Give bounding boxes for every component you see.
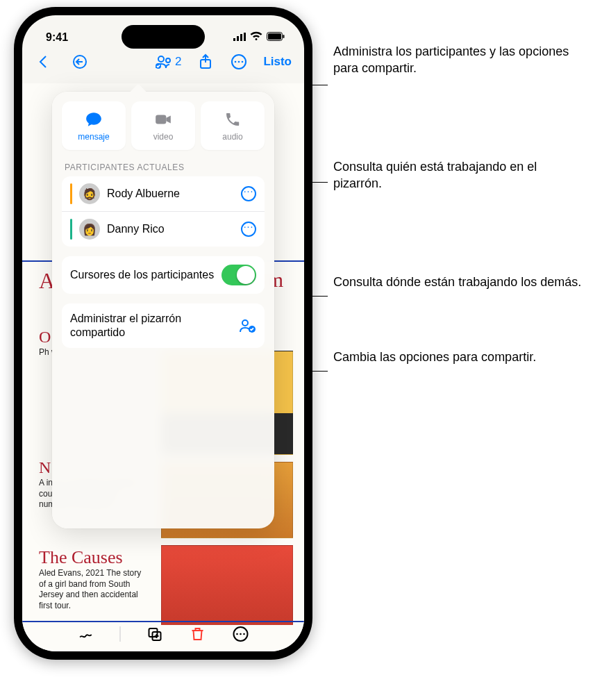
callout-cursors: Consulta dónde están trabajando los demá… [333, 274, 581, 290]
avatar: 🧔 [79, 183, 100, 204]
wifi-icon [250, 31, 262, 44]
message-icon [84, 110, 103, 129]
delete-button[interactable] [189, 625, 207, 643]
cursor-color-indicator [70, 219, 72, 240]
undo-button[interactable] [71, 53, 89, 71]
video-button[interactable]: video [131, 101, 195, 150]
board-note3-body: Aled Evans, 2021 The story of a girl ban… [39, 568, 150, 611]
svg-point-28 [243, 633, 245, 635]
avatar: 👩 [79, 219, 100, 240]
callout-participants: Consulta quién está trabajando en el piz… [333, 158, 583, 192]
participants-button[interactable]: 2 [155, 54, 181, 69]
manage-board-button[interactable]: Administrar el pizarrón compartido [62, 303, 265, 348]
participants-section-label: PARTICIPANTES ACTUALES [65, 162, 262, 172]
screen: 9:41 [22, 15, 304, 651]
participant-row[interactable]: 🧔 Rody Albuerne ··· [62, 176, 265, 211]
participant-more-button[interactable]: ··· [241, 186, 256, 201]
svg-point-16 [238, 61, 240, 63]
svg-point-10 [166, 58, 170, 62]
svg-rect-3 [244, 33, 246, 41]
audio-button[interactable]: audio [201, 101, 265, 150]
cursors-label: Cursores de los participantes [70, 268, 215, 282]
back-button[interactable] [35, 53, 53, 71]
svg-rect-2 [240, 34, 242, 41]
done-button[interactable]: Listo [263, 55, 292, 69]
more-button[interactable] [230, 53, 248, 71]
participant-name: Rody Albuerne [107, 188, 234, 200]
audio-label: audio [222, 132, 242, 142]
board-image-3 [161, 545, 293, 625]
svg-rect-18 [156, 115, 166, 124]
status-time: 9:41 [46, 31, 68, 44]
cursors-toggle-row[interactable]: Cursores de los participantes [62, 256, 265, 294]
contact-row: mensaje video audio [62, 101, 265, 150]
board-note1-title: O [39, 328, 51, 347]
svg-point-17 [242, 61, 244, 63]
collaboration-popover: mensaje video audio PARTICIPANTES ACTUAL… [52, 92, 274, 528]
participant-more-button[interactable]: ··· [241, 222, 256, 237]
board-note3-title: The Causes [39, 547, 123, 568]
participant-name: Danny Rico [107, 223, 234, 235]
callout-share-options: Cambia las opciones para compartir. [333, 349, 536, 365]
callout-manage: Administra los participantes y las opcio… [333, 43, 583, 77]
svg-point-15 [235, 61, 237, 63]
cursors-toggle-card: Cursores de los participantes [62, 256, 265, 294]
board-note2-title: N [39, 458, 51, 477]
phone-icon [223, 110, 242, 129]
message-button[interactable]: mensaje [62, 101, 126, 150]
draw-tool-button[interactable] [77, 625, 95, 643]
video-icon [153, 110, 173, 129]
participant-count: 2 [175, 55, 181, 69]
manage-label: Administrar el pizarrón compartido [70, 312, 231, 340]
svg-rect-1 [237, 36, 239, 41]
duplicate-button[interactable] [146, 625, 164, 643]
video-label: video [153, 132, 174, 142]
iphone-frame: 9:41 [14, 7, 312, 660]
svg-point-26 [236, 633, 238, 635]
toolbar-divider [120, 626, 121, 642]
share-button[interactable] [197, 53, 215, 71]
cursors-toggle[interactable] [221, 265, 256, 285]
dynamic-island [122, 25, 205, 49]
svg-rect-6 [283, 35, 285, 38]
participants-list: 🧔 Rody Albuerne ··· 👩 Danny Rico ··· [62, 176, 265, 247]
participant-row[interactable]: 👩 Danny Rico ··· [62, 211, 265, 247]
svg-point-9 [158, 56, 164, 62]
message-label: mensaje [78, 132, 109, 142]
collaboration-icon [238, 317, 256, 335]
cursor-color-indicator [70, 183, 72, 204]
top-toolbar: 2 Listo [22, 50, 304, 83]
svg-point-19 [242, 320, 248, 326]
svg-rect-5 [268, 33, 281, 40]
more-tools-button[interactable] [232, 625, 250, 643]
manage-board-card: Administrar el pizarrón compartido [62, 303, 265, 348]
svg-rect-0 [233, 38, 235, 41]
svg-point-27 [240, 633, 242, 635]
bottom-toolbar [77, 625, 250, 643]
cellular-icon [233, 31, 246, 44]
board-divider [22, 621, 304, 622]
battery-icon [267, 31, 285, 44]
